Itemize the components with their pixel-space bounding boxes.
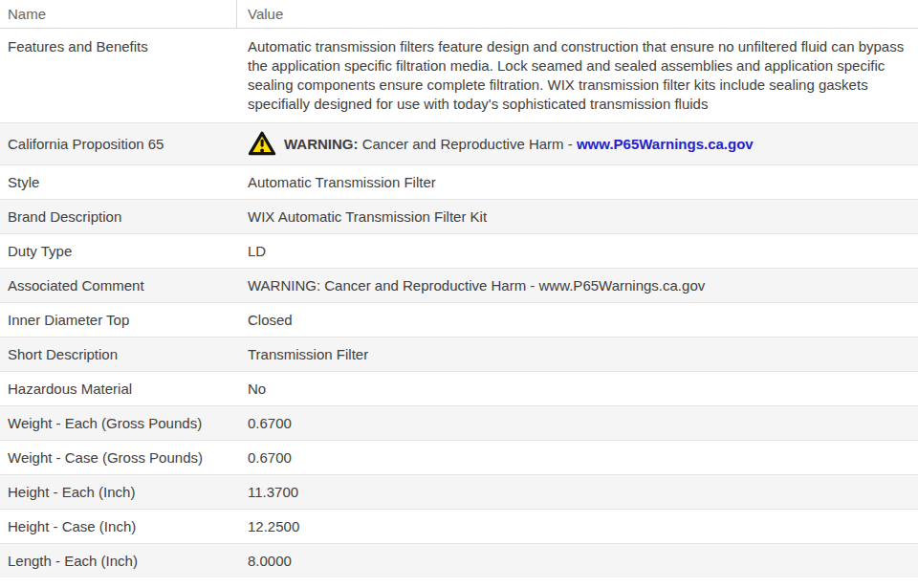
table-row-hazardous-material: Hazardous Material No: [0, 371, 918, 405]
table-row-weight-case-gross-pounds: Weight - Case (Gross Pounds) 0.6700: [0, 440, 918, 474]
row-name-label: Weight - Each (Gross Pounds): [0, 414, 237, 433]
row-value-text: LD: [237, 242, 918, 261]
row-value-text: Closed: [237, 311, 918, 330]
table-row-associated-comment: Associated Comment WARNING: Cancer and R…: [0, 268, 918, 302]
table-row-height-case-inch: Height - Case (Inch) 12.2500: [0, 509, 918, 543]
warning-triangle-icon: [248, 131, 276, 157]
table-row-brand-description: Brand Description WIX Automatic Transmis…: [0, 199, 918, 233]
row-name-label: Weight - Case (Gross Pounds): [0, 448, 237, 468]
table-row-weight-each-gross-pounds: Weight - Each (Gross Pounds) 0.6700: [0, 405, 918, 440]
row-value-text: 0.6700: [237, 414, 918, 433]
table-row-features-and-benefits: Features and Benefits Automatic transmis…: [0, 29, 918, 122]
row-value-text: 8.0000: [237, 552, 918, 571]
column-header-name: Name: [0, 0, 237, 28]
row-name-label: Brand Description: [0, 207, 237, 227]
product-spec-table: Name Value Features and Benefits Automat…: [0, 0, 918, 577]
row-name-label: Associated Comment: [0, 276, 237, 295]
row-name-label: Length - Each (Inch): [0, 552, 237, 571]
table-row-duty-type: Duty Type LD: [0, 233, 918, 268]
row-name-label: Hazardous Material: [0, 380, 237, 399]
row-name-label: California Proposition 65: [0, 135, 237, 154]
p65-warnings-link[interactable]: www.P65Warnings.ca.gov: [577, 136, 754, 152]
prop65-warning-line: WARNING: Cancer and Reproductive Harm - …: [248, 131, 910, 157]
row-value-text: Transmission Filter: [237, 345, 918, 364]
table-row-length-each-inch: Length - Each (Inch) 8.0000: [0, 543, 918, 577]
row-name-label: Height - Each (Inch): [0, 483, 237, 502]
row-value-text: WIX Automatic Transmission Filter Kit: [237, 207, 918, 227]
row-value-text: No: [237, 380, 918, 399]
table-row-california-proposition-65: California Proposition 65 WARNING: Cance…: [0, 122, 918, 164]
table-body: Features and Benefits Automatic transmis…: [0, 29, 918, 577]
table-row-height-each-inch: Height - Each (Inch) 11.3700: [0, 474, 918, 509]
warning-text: WARNING: Cancer and Reproductive Harm - …: [284, 135, 754, 154]
row-value-text: WARNING: Cancer and Reproductive Harm - …: [237, 276, 918, 295]
row-value-text: 0.6700: [237, 448, 918, 468]
table-row-inner-diameter-top: Inner Diameter Top Closed: [0, 302, 918, 337]
column-header-value: Value: [237, 0, 918, 28]
warning-body-text: Cancer and Reproductive Harm -: [359, 136, 577, 152]
row-value-text: Automatic Transmission Filter: [237, 173, 918, 192]
row-name-label: Inner Diameter Top: [0, 311, 237, 330]
row-name-label: Duty Type: [0, 242, 237, 261]
row-value-text: 11.3700: [237, 483, 918, 502]
table-row-style: Style Automatic Transmission Filter: [0, 164, 918, 199]
table-header-row: Name Value: [0, 0, 918, 29]
warning-label: WARNING:: [284, 136, 359, 152]
table-row-short-description: Short Description Transmission Filter: [0, 337, 918, 371]
row-name-label: Short Description: [0, 345, 237, 364]
row-name-label: Height - Case (Inch): [0, 517, 237, 536]
row-name-label: Style: [0, 173, 237, 192]
row-value-text: Automatic transmission filters feature d…: [237, 37, 918, 114]
row-name-label: Features and Benefits: [0, 37, 237, 56]
row-value-text: 12.2500: [237, 517, 918, 536]
